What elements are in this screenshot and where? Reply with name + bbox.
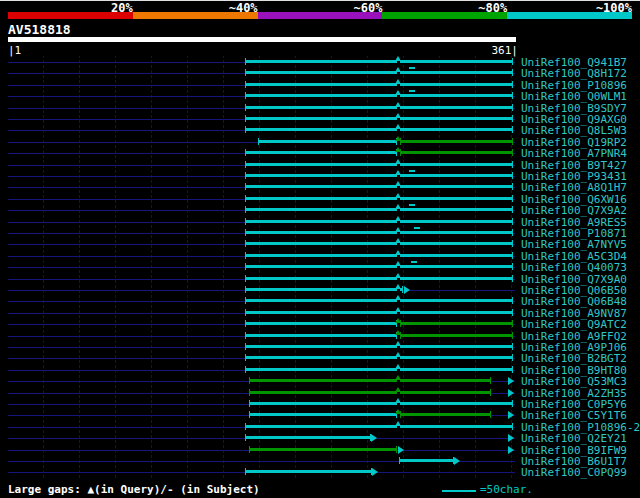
alignment-segment[interactable] xyxy=(245,265,513,268)
alignment-segment[interactable] xyxy=(245,356,513,359)
alignment-segment[interactable] xyxy=(245,185,513,188)
hit-label[interactable]: UniRef100_A9PJ06 xyxy=(521,342,627,353)
hit-label[interactable]: UniRef100_B9HT80 xyxy=(521,365,627,376)
hit-label[interactable]: UniRef100_Q06B50 xyxy=(521,285,627,296)
hit-label[interactable]: UniRef100_Q40073 xyxy=(521,262,627,273)
query-gap-marker-icon xyxy=(395,147,401,152)
hit-label[interactable]: UniRef100_Q0WLM1 xyxy=(521,91,627,102)
alignment-segment[interactable] xyxy=(245,254,513,257)
hit-label[interactable]: UniRef100_A7PNR4 xyxy=(521,148,627,159)
hit-label[interactable]: UniRef100_B2BGT2 xyxy=(521,353,627,364)
subject-gap-marker-icon xyxy=(409,90,415,92)
alignment-segment[interactable] xyxy=(245,151,397,154)
alignment-segment[interactable] xyxy=(245,117,513,120)
alignment-segment[interactable] xyxy=(400,322,513,325)
key-label: ~60% xyxy=(353,1,382,15)
alignment-segment[interactable] xyxy=(245,197,513,200)
hit-label[interactable]: UniRef100_P93431 xyxy=(521,171,627,182)
alignment-segment[interactable] xyxy=(249,379,490,382)
hit-label[interactable]: UniRef100_Q06B48 xyxy=(521,296,627,307)
alignment-segment[interactable] xyxy=(245,71,513,74)
query-gap-marker-icon xyxy=(395,352,401,357)
hit-label[interactable]: UniRef100_C5Y1T6 xyxy=(521,410,627,421)
hit-row: UniRef100_Q941B7 xyxy=(0,56,640,68)
alignment-segment[interactable] xyxy=(249,402,513,405)
query-gap-marker-icon xyxy=(395,124,401,129)
hit-label[interactable]: UniRef100_Q6XW16 xyxy=(521,194,627,205)
query-gap-marker-icon xyxy=(395,227,401,232)
alignment-segment[interactable] xyxy=(245,368,513,371)
hit-label[interactable]: UniRef100_A9NV87 xyxy=(521,308,627,319)
alignment-segment[interactable] xyxy=(245,106,513,109)
alignment-segment[interactable] xyxy=(245,299,513,302)
hit-label[interactable]: UniRef100_A9RES5 xyxy=(521,217,627,228)
hit-label[interactable]: UniRef100_Q53MC3 xyxy=(521,376,627,387)
hit-row: UniRef100_Q2EY21 xyxy=(0,432,640,444)
alignment-segment[interactable] xyxy=(245,163,513,166)
hit-label[interactable]: UniRef100_Q9AXG0 xyxy=(521,114,627,125)
alignment-segment[interactable] xyxy=(249,391,490,394)
hit-label[interactable]: UniRef100_C0PQ99 xyxy=(521,467,627,478)
alignment-segment[interactable] xyxy=(245,345,513,348)
hit-row: UniRef100_A9RES5 xyxy=(0,216,640,228)
hit-label[interactable]: UniRef100_Q7X9A2 xyxy=(521,205,627,216)
hit-label[interactable]: UniRef100_Q9ATC2 xyxy=(521,319,627,330)
alignment-segment[interactable] xyxy=(245,174,513,177)
hit-label[interactable]: UniRef100_P10896-2 xyxy=(521,422,640,433)
alignment-segment[interactable] xyxy=(245,436,371,439)
hit-label[interactable]: UniRef100_P10871 xyxy=(521,228,627,239)
alignment-segment[interactable] xyxy=(245,94,513,97)
hit-label[interactable]: UniRef100_A5C3D4 xyxy=(521,251,627,262)
alignment-segment[interactable] xyxy=(249,448,397,451)
alignment-segment[interactable] xyxy=(400,140,513,143)
alignment-segment[interactable] xyxy=(245,334,397,337)
alignment-segment[interactable] xyxy=(245,83,513,86)
hit-row: UniRef100_A9NV87 xyxy=(0,307,640,319)
alignment-segment[interactable] xyxy=(245,220,513,223)
hit-label[interactable]: UniRef100_B9T427 xyxy=(521,160,627,171)
hit-row: UniRef100_Q8L5W3 xyxy=(0,124,640,136)
hit-label[interactable]: UniRef100_B9SDY7 xyxy=(521,103,627,114)
hit-row: UniRef100_Q9AXG0 xyxy=(0,113,640,125)
alignment-segment[interactable] xyxy=(245,128,513,131)
alignment-segment[interactable] xyxy=(245,277,513,280)
alignment-segment[interactable] xyxy=(245,60,513,63)
hit-label[interactable]: UniRef100_Q19RP2 xyxy=(521,137,627,148)
alignment-segment[interactable] xyxy=(245,288,403,291)
hit-row: UniRef100_A8Q1H7 xyxy=(0,181,640,193)
gap-legend-text: Large gaps: ▲(in Query)/- (in Subject) xyxy=(8,483,260,496)
hit-label[interactable]: UniRef100_A2ZH35 xyxy=(521,388,627,399)
hit-label[interactable]: UniRef100_Q941B7 xyxy=(521,57,627,68)
hit-row: UniRef100_A5C3D4 xyxy=(0,250,640,262)
alignment-segment[interactable] xyxy=(399,459,454,462)
hit-label[interactable]: UniRef100_Q8H172 xyxy=(521,68,627,79)
alignment-segment[interactable] xyxy=(245,425,513,428)
alignment-segment[interactable] xyxy=(245,242,513,245)
alignment-segment[interactable] xyxy=(245,231,513,234)
alignment-segment[interactable] xyxy=(245,208,513,211)
hit-label[interactable]: UniRef100_Q7X9A0 xyxy=(521,274,627,285)
query-gap-marker-icon xyxy=(395,113,401,118)
hit-label[interactable]: UniRef100_A9FFQ2 xyxy=(521,331,627,342)
alignment-segment[interactable] xyxy=(245,311,513,314)
hit-row: UniRef100_Q06B50 xyxy=(0,284,640,296)
hit-label[interactable]: UniRef100_Q2EY21 xyxy=(521,433,627,444)
hit-label[interactable]: UniRef100_A8Q1H7 xyxy=(521,182,627,193)
hit-label[interactable]: UniRef100_P10896 xyxy=(521,80,627,91)
query-gap-marker-icon xyxy=(395,193,401,198)
hit-label[interactable]: UniRef100_A7NYV5 xyxy=(521,239,627,250)
alignment-segment[interactable] xyxy=(245,470,372,473)
alignment-segment[interactable] xyxy=(249,413,397,416)
hit-label[interactable]: UniRef100_B6U1T7 xyxy=(521,456,627,467)
hit-row: UniRef100_A7NYV5 xyxy=(0,238,640,250)
hit-row: UniRef100_Q8H172 xyxy=(0,67,640,79)
hit-row: UniRef100_C0PQ99 xyxy=(0,466,640,478)
hit-label[interactable]: UniRef100_Q8L5W3 xyxy=(521,125,627,136)
hit-label[interactable]: UniRef100_C0P5Y6 xyxy=(521,399,627,410)
alignment-segment[interactable] xyxy=(258,140,398,143)
alignment-segment[interactable] xyxy=(400,334,513,337)
hit-label[interactable]: UniRef100_B9IFW9 xyxy=(521,445,627,456)
alignment-segment[interactable] xyxy=(400,413,490,416)
alignment-segment[interactable] xyxy=(245,322,397,325)
alignment-segment[interactable] xyxy=(400,151,513,154)
